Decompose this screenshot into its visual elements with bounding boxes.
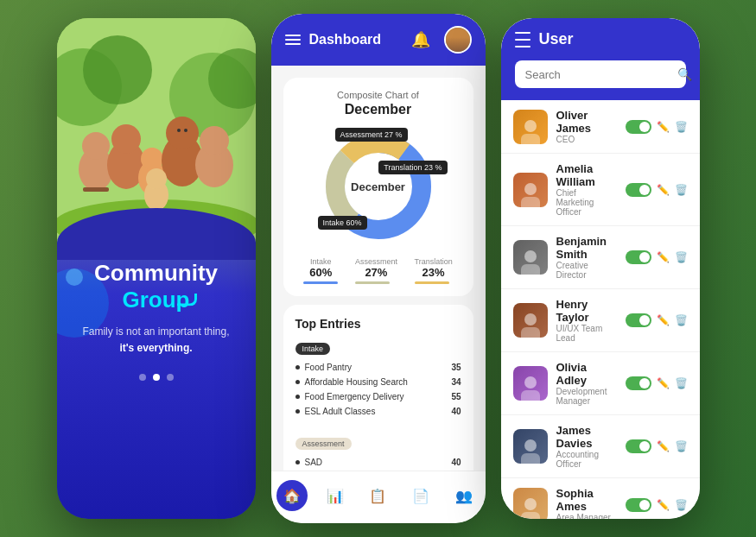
delete-icon[interactable]: 🗑️ — [675, 251, 688, 263]
user-role: Creative Director — [556, 261, 617, 280]
table-row: Olivia Adley Development Manager ✏️ 🗑️ — [501, 352, 700, 415]
edit-icon[interactable]: ✏️ — [657, 440, 670, 452]
toggle-enabled[interactable] — [626, 313, 651, 327]
user-info: Henry Taylor UI/UX Team Lead — [556, 298, 617, 343]
edit-icon[interactable]: ✏️ — [657, 499, 670, 511]
user-name: Henry Taylor — [556, 298, 617, 324]
edit-icon[interactable]: ✏️ — [657, 184, 670, 196]
table-row: James Davies Accounting Officer ✏️ 🗑️ — [501, 415, 700, 478]
svg-point-19 — [177, 129, 181, 132]
user-page-title: User — [539, 30, 574, 48]
user-name: James Davies — [556, 424, 617, 450]
delete-icon[interactable]: 🗑️ — [675, 377, 688, 389]
nav-document[interactable]: 📄 — [405, 480, 436, 511]
delete-icon[interactable]: 🗑️ — [675, 314, 688, 326]
list-icon[interactable]: 📋 — [362, 480, 393, 511]
avatar — [513, 240, 548, 275]
chart-legend: Intake 60% Assessment 27% Translation 23… — [295, 257, 461, 284]
dashboard-header: Dashboard 🔔 — [271, 14, 486, 66]
user-list: Oliver James CEO ✏️ 🗑️ Amelia William Ch… — [501, 100, 700, 519]
list-item: SAD 40 — [295, 455, 461, 470]
user-avatar[interactable] — [444, 26, 472, 54]
dot-3[interactable] — [167, 374, 174, 381]
list-item: Affordable Housing Search 34 — [295, 375, 461, 389]
toggle-enabled[interactable] — [626, 183, 651, 197]
dot-1[interactable] — [139, 374, 146, 381]
bottom-nav: 🏠 📊 📋 📄 👥 — [271, 471, 486, 523]
top-entries-card: Top Entries Intake Food Pantry 35 Afford… — [283, 305, 473, 471]
nav-chart[interactable]: 📊 — [320, 480, 351, 511]
legend-intake: Intake 60% — [303, 257, 338, 284]
table-row: Amelia William Chief Marketing Officer ✏… — [501, 154, 700, 226]
avatar — [513, 110, 548, 144]
delete-icon[interactable]: 🗑️ — [675, 121, 688, 133]
edit-icon[interactable]: ✏️ — [657, 251, 670, 263]
list-item: Food Emergency Delivery 55 — [295, 389, 461, 404]
notification-bell-icon[interactable]: 🔔 — [411, 30, 430, 49]
dashboard-body: Composite Chart of December December — [271, 66, 486, 471]
user-role: Accounting Officer — [556, 450, 617, 469]
legend-translation: Translation 23% — [415, 257, 453, 284]
svg-point-20 — [184, 129, 187, 132]
carousel-dots — [74, 374, 238, 381]
svg-point-2 — [83, 35, 152, 104]
toggle-enabled[interactable] — [626, 120, 651, 134]
svg-point-18 — [146, 168, 167, 189]
user-name: Olivia Adley — [556, 361, 617, 387]
edit-icon[interactable]: ✏️ — [657, 377, 670, 389]
nav-users[interactable]: 👥 — [448, 480, 480, 511]
avatar — [513, 429, 548, 464]
search-input[interactable] — [525, 68, 670, 81]
list-item: ESL Adult Classes 40 — [295, 404, 461, 419]
intake-tag: Intake — [295, 343, 331, 355]
list-item: Food Pantry 35 — [295, 360, 461, 375]
toggle-enabled[interactable] — [626, 376, 651, 390]
dot-2[interactable] — [153, 374, 160, 381]
nav-list[interactable]: 📋 — [362, 480, 393, 511]
chart-icon[interactable]: 📊 — [320, 480, 351, 511]
phone-user: User 🔍 Oliver James CEO ✏️ 🗑️ Amelia Wil… — [501, 18, 700, 519]
chart-month: December — [295, 102, 461, 117]
phone-community: Community Group Family is not an importa… — [57, 18, 256, 519]
top-entries-title: Top Entries — [295, 317, 461, 331]
edit-icon[interactable]: ✏️ — [657, 121, 670, 133]
menu-icon[interactable] — [285, 35, 301, 45]
dashboard-title: Dashboard — [309, 32, 403, 47]
phone-dashboard: Dashboard 🔔 Composite Chart of December — [271, 14, 486, 523]
toggle-enabled[interactable] — [626, 250, 651, 264]
edit-icon[interactable]: ✏️ — [657, 314, 670, 326]
delete-icon[interactable]: 🗑️ — [675, 499, 688, 511]
user-name: Benjamin Smith — [556, 235, 617, 261]
user-info: Olivia Adley Development Manager — [556, 361, 617, 406]
svg-point-7 — [82, 132, 110, 160]
users-icon[interactable]: 👥 — [448, 480, 480, 511]
table-row: Henry Taylor UI/UX Team Lead ✏️ 🗑️ — [501, 289, 700, 352]
svg-rect-8 — [83, 187, 109, 192]
user-info: Sophia Ames Area Manager — [556, 487, 617, 519]
user-actions: ✏️ 🗑️ — [626, 250, 688, 264]
community-brand-section: Community Group Family is not an importa… — [57, 243, 256, 389]
home-icon[interactable]: 🏠 — [276, 480, 308, 511]
delete-icon[interactable]: 🗑️ — [675, 440, 688, 452]
translation-tooltip: Translation 23 % — [378, 161, 447, 174]
toggle-enabled[interactable] — [626, 439, 651, 453]
user-role: Chief Marketing Officer — [556, 188, 617, 217]
toggle-enabled[interactable] — [626, 498, 651, 512]
user-actions: ✏️ 🗑️ — [626, 376, 688, 390]
nav-home[interactable]: 🏠 — [276, 480, 308, 511]
table-row: Benjamin Smith Creative Director ✏️ 🗑️ — [501, 226, 700, 289]
chart-subtitle: Composite Chart of — [295, 90, 461, 100]
delete-icon[interactable]: 🗑️ — [675, 184, 688, 196]
user-header: User — [501, 18, 700, 60]
menu-icon[interactable] — [515, 32, 530, 47]
user-name: Oliver James — [556, 109, 617, 135]
document-icon[interactable]: 📄 — [405, 480, 436, 511]
group-name: Group — [123, 287, 190, 313]
search-icon: 🔍 — [677, 67, 692, 81]
intake-tooltip: Intake 60% — [318, 216, 367, 230]
avatar — [513, 488, 548, 520]
user-name: Sophia Ames — [556, 487, 617, 513]
svg-point-12 — [141, 148, 163, 170]
table-row: Oliver James CEO ✏️ 🗑️ — [501, 100, 700, 154]
user-role: UI/UX Team Lead — [556, 324, 617, 343]
